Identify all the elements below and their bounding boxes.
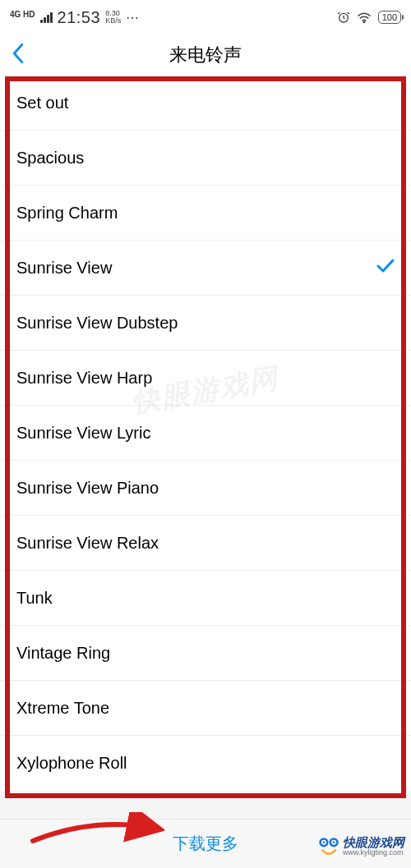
ringtone-name: Vintage Ring xyxy=(16,644,110,663)
clock-time: 21:53 xyxy=(58,8,101,27)
more-icon: ⋯ xyxy=(126,10,141,25)
alarm-icon xyxy=(337,11,350,24)
ringtone-name: Sunrise View Dubstep xyxy=(16,314,178,333)
ringtone-name: Sunrise View Lyric xyxy=(16,424,150,443)
back-button[interactable] xyxy=(12,43,25,67)
page-title: 来电铃声 xyxy=(0,43,411,67)
ringtone-item[interactable]: Sunrise View Piano xyxy=(0,461,411,516)
chevron-left-icon xyxy=(12,43,25,64)
ringtone-item[interactable]: Sunrise View xyxy=(0,241,411,296)
ringtone-item[interactable]: Xylophone Roll xyxy=(0,736,411,791)
ringtone-item[interactable]: Spacious xyxy=(0,131,411,186)
watermark-logo-icon xyxy=(318,836,339,857)
svg-point-1 xyxy=(363,21,365,23)
speed-unit: KB/s xyxy=(105,17,121,25)
ringtone-name: Xylophone Roll xyxy=(16,754,127,773)
net-speed: 8.30 KB/s xyxy=(105,10,121,25)
checkmark-icon xyxy=(376,259,395,278)
signal-icon xyxy=(40,12,53,23)
svg-point-4 xyxy=(323,842,326,844)
watermark-url: www.kyligting.com xyxy=(343,849,404,857)
ringtone-item[interactable]: Sunrise View Relax xyxy=(0,516,411,571)
download-more-button[interactable]: 下载更多 xyxy=(173,833,238,855)
watermark-brand-name: 快眼游戏网 xyxy=(343,836,404,849)
status-right: 100 xyxy=(337,11,401,24)
ringtone-name: Sunrise View Harp xyxy=(16,369,152,388)
ringtone-name: Sunrise View Piano xyxy=(16,479,159,498)
ringtone-name: Xtreme Tone xyxy=(16,699,109,718)
ringtone-item[interactable]: Spring Charm xyxy=(0,186,411,241)
ringtone-item[interactable]: Vintage Ring xyxy=(0,626,411,681)
ringtone-name: Sunrise View Relax xyxy=(16,534,159,553)
ringtone-name: Spacious xyxy=(16,149,84,168)
ringtone-name: Spring Charm xyxy=(16,204,118,223)
battery-level: 100 xyxy=(382,12,397,22)
ringtone-list: Set outSpaciousSpring CharmSunrise ViewS… xyxy=(0,76,411,791)
header: 来电铃声 xyxy=(0,34,411,76)
ringtone-name: Sunrise View xyxy=(16,259,112,278)
ringtone-item[interactable]: Tunk xyxy=(0,571,411,626)
wifi-icon xyxy=(357,11,372,23)
ringtone-item[interactable]: Set out xyxy=(0,76,411,131)
ringtone-name: Set out xyxy=(16,94,68,113)
ringtone-name: Tunk xyxy=(16,589,53,608)
watermark-brand: 快眼游戏网 www.kyligting.com xyxy=(318,836,404,857)
ringtone-item[interactable]: Xtreme Tone xyxy=(0,681,411,736)
status-left: 4G HD 21:53 8.30 KB/s ⋯ xyxy=(10,8,141,27)
battery-icon: 100 xyxy=(378,11,401,24)
network-label: 4G HD xyxy=(10,10,35,19)
svg-point-5 xyxy=(333,842,335,844)
ringtone-item[interactable]: Sunrise View Harp xyxy=(0,351,411,406)
status-bar: 4G HD 21:53 8.30 KB/s ⋯ 100 xyxy=(0,0,411,34)
ringtone-item[interactable]: Sunrise View Lyric xyxy=(0,406,411,461)
ringtone-item[interactable]: Sunrise View Dubstep xyxy=(0,296,411,351)
watermark-text: 快眼游戏网 www.kyligting.com xyxy=(343,836,404,857)
